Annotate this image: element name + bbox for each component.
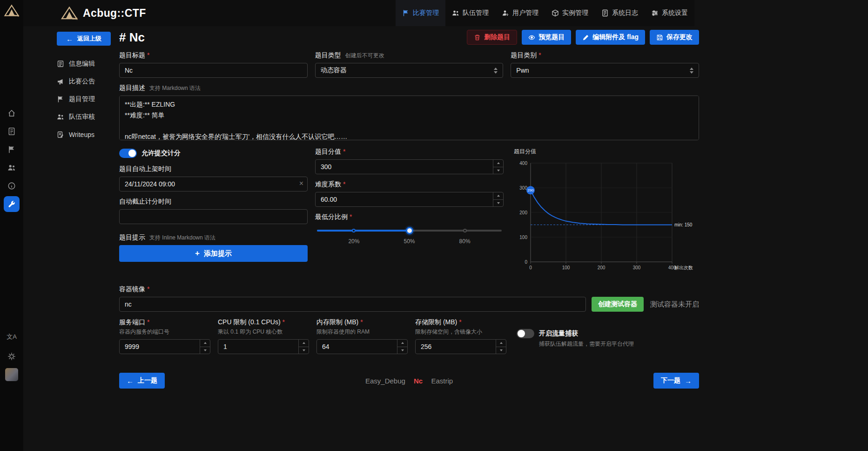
hints-label: 题目提示 <box>119 233 145 242</box>
prev-challenge-button[interactable]: ←上一题 <box>119 373 165 389</box>
cpu-field: CPU 限制 (0.1 CPUs) 乘以 0.1 即为 CPU 核心数 <box>218 318 309 354</box>
back-button[interactable]: ←返回上级 <box>57 32 111 46</box>
info-icon[interactable] <box>4 178 20 194</box>
gear-icon[interactable] <box>4 348 20 364</box>
caret-up-icon[interactable] <box>496 340 506 347</box>
app-root: bug 文A bug Acbug::CTF 比赛管理 队伍管理 用户管理 <box>0 0 868 451</box>
avatar[interactable] <box>5 368 18 381</box>
category-field: 题目类别 Pwn <box>511 51 699 78</box>
cpu-input[interactable] <box>218 339 309 354</box>
deadline-input[interactable] <box>119 209 308 224</box>
server-icon <box>552 9 559 17</box>
sidebar-item-info-edit[interactable]: 信息编辑 <box>57 55 114 73</box>
container-image-field: 容器镜像 创建测试容器 测试容器未开启 <box>119 285 699 312</box>
memory-input[interactable] <box>316 339 408 354</box>
cpu-input-value[interactable] <box>218 340 298 354</box>
rail-icon-group <box>4 105 20 212</box>
port-input-value[interactable] <box>120 340 200 354</box>
top-nav-item-users[interactable]: 用户管理 <box>495 0 545 26</box>
caret-down-icon[interactable] <box>496 347 506 354</box>
create-test-container-button[interactable]: 创建测试容器 <box>592 297 644 312</box>
sidebar-item-label: 队伍审核 <box>69 113 95 121</box>
top-nav-item-contests[interactable]: 比赛管理 <box>396 0 445 26</box>
score-input-value[interactable] <box>316 160 493 174</box>
file-icon[interactable] <box>4 123 20 139</box>
cpu-hint: 乘以 0.1 即为 CPU 核心数 <box>218 328 309 336</box>
cpu-spinner <box>298 340 309 354</box>
min-ratio-label: 最低分比例 <box>315 213 352 221</box>
caret-down-icon[interactable] <box>493 167 503 174</box>
wrench-icon[interactable] <box>4 196 20 212</box>
caret-down-icon[interactable] <box>397 347 407 354</box>
form-icon <box>57 60 64 68</box>
caret-up-icon[interactable] <box>493 192 503 199</box>
publish-time-input[interactable] <box>119 177 308 191</box>
toggle-knob <box>518 330 525 337</box>
close-icon[interactable]: × <box>299 179 303 188</box>
score-label: 题目分值 <box>315 148 345 156</box>
button-label: 保存更改 <box>666 33 693 41</box>
category-select[interactable]: Pwn <box>511 63 699 78</box>
allow-scoring-label: 允许提交计分 <box>141 149 181 157</box>
back-button-label: 返回上级 <box>77 34 101 43</box>
slider-handle[interactable] <box>406 227 413 234</box>
difficulty-label: 难度系数 <box>315 180 345 189</box>
caret-down-icon[interactable] <box>299 347 309 354</box>
difficulty-input[interactable] <box>315 192 504 207</box>
caret-up-icon[interactable] <box>299 340 309 347</box>
caret-down-icon[interactable] <box>493 199 503 207</box>
toggle-knob <box>128 150 136 157</box>
edit-attachments-button[interactable]: 编辑附件及 flag <box>576 30 645 45</box>
min-ratio-slider[interactable] <box>317 227 502 234</box>
title-label: 题目标题 <box>119 51 149 60</box>
left-rail: bug 文A <box>0 0 23 451</box>
sidebar-item-announcements[interactable]: 比赛公告 <box>57 73 114 90</box>
traffic-capture-toggle[interactable] <box>517 329 534 338</box>
container-image-input[interactable] <box>119 297 586 312</box>
deadline-label: 自动截止计分时间 <box>119 198 171 206</box>
score-input[interactable] <box>315 159 504 174</box>
allow-scoring-toggle[interactable] <box>119 149 137 158</box>
language-icon[interactable]: 文A <box>4 329 20 345</box>
sidebar-item-writeups[interactable]: Writeups <box>57 126 114 144</box>
sidebar-item-team-review[interactable]: 队伍审核 <box>57 108 114 126</box>
caret-up-icon[interactable] <box>493 160 503 167</box>
top-nav-item-teams[interactable]: 队伍管理 <box>445 0 495 26</box>
slider-track <box>317 230 410 232</box>
top-nav-item-instances[interactable]: 实例管理 <box>545 0 595 26</box>
flag-icon[interactable] <box>4 142 20 157</box>
acbug-logo-icon[interactable]: bug <box>4 4 20 18</box>
category-select-value: Pwn <box>516 67 529 74</box>
challenge-neighbors: Easy_Debug Nc Eastrip <box>165 377 653 385</box>
delete-challenge-button[interactable]: 删除题目 <box>467 30 517 45</box>
top-nav-item-logs[interactable]: 系统日志 <box>595 0 645 26</box>
storage-input[interactable] <box>415 339 506 354</box>
memory-input-value[interactable] <box>317 340 397 354</box>
preview-challenge-button[interactable]: 预览题目 <box>522 30 571 45</box>
contest-sidebar: ←返回上级 信息编辑 比赛公告 题目管理 队伍审核 Writeups <box>23 29 114 451</box>
storage-input-value[interactable] <box>416 340 496 354</box>
caret-up-icon[interactable] <box>200 340 210 347</box>
button-label: 上一题 <box>138 376 157 385</box>
caret-down-icon[interactable] <box>200 347 210 354</box>
add-hint-button[interactable]: +添加提示 <box>119 245 308 262</box>
sidebar-item-challenges[interactable]: 题目管理 <box>57 90 114 108</box>
slider-dot[interactable] <box>463 229 467 232</box>
next-challenge-name: Eastrip <box>431 377 453 385</box>
description-textarea[interactable]: **出题:** EZLING **难度:** 简单 nc即netcat，被誉为网… <box>119 96 699 140</box>
button-label: 预览题目 <box>538 33 565 41</box>
save-button[interactable]: 保存更改 <box>650 30 699 45</box>
megaphone-icon <box>57 78 64 85</box>
team-icon <box>452 9 459 17</box>
home-icon[interactable] <box>4 105 20 121</box>
team-icon[interactable] <box>4 160 20 176</box>
title-input[interactable] <box>119 63 308 78</box>
type-select[interactable]: 动态容器 <box>315 63 504 78</box>
port-input[interactable] <box>119 339 210 354</box>
difficulty-input-value[interactable] <box>316 192 493 206</box>
min-ratio-field: 最低分比例 20%50%80% <box>315 213 504 246</box>
top-nav-item-settings[interactable]: 系统设置 <box>645 0 694 26</box>
slider-dot[interactable] <box>352 229 356 232</box>
caret-up-icon[interactable] <box>397 340 407 347</box>
next-challenge-button[interactable]: 下一题→ <box>653 373 699 389</box>
